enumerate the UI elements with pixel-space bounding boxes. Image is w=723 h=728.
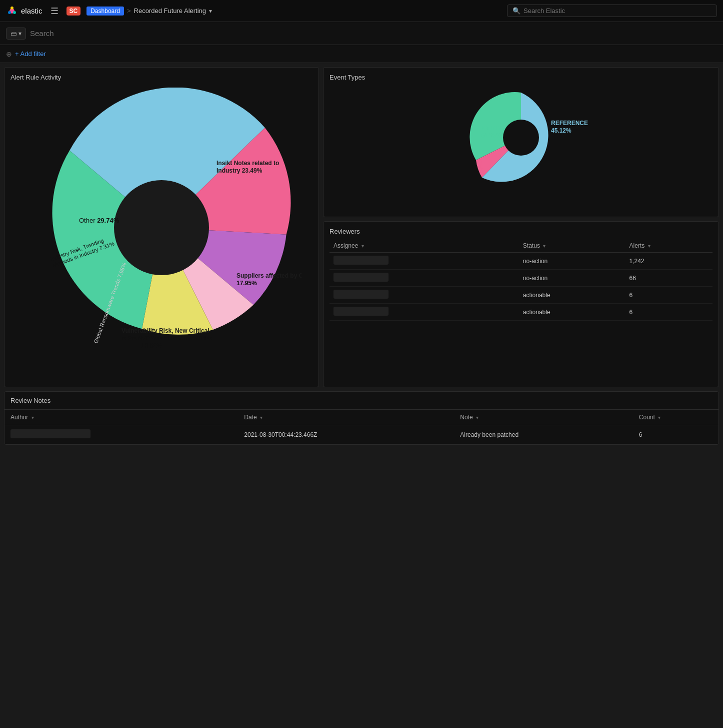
count-header[interactable]: Count ▾	[633, 410, 718, 425]
suppliers-label: Suppliers affected by COVID-19	[236, 272, 302, 279]
elastic-logo: elastic	[6, 5, 42, 17]
status-header[interactable]: Status ▾	[519, 239, 626, 253]
reviewers-row: actionable 6	[330, 287, 712, 304]
note-header[interactable]: Note ▾	[454, 410, 633, 425]
status-sort-icon: ▾	[543, 243, 546, 249]
alerts-sort-icon: ▾	[648, 243, 650, 249]
entity-label: ENTITY	[481, 125, 502, 132]
elastic-logo-text: elastic	[21, 7, 42, 15]
assignee-cell	[330, 304, 519, 321]
status-header-label: Status	[523, 242, 540, 249]
search-bar-top[interactable]: 🔍	[507, 5, 717, 17]
assignee-blob	[334, 307, 388, 316]
author-header[interactable]: Author ▾	[4, 410, 238, 425]
data-view-chevron: ▾	[18, 30, 22, 37]
status-cell: no-action	[519, 253, 626, 270]
dashboard-link[interactable]: Dashboard	[86, 7, 124, 16]
alerts-header[interactable]: Alerts ▾	[626, 239, 713, 253]
date-header[interactable]: Date ▾	[238, 410, 454, 425]
svg-point-2	[13, 11, 16, 14]
assignee-blob	[334, 273, 388, 282]
notes-table: Author ▾ Date ▾ Note ▾ Count ▾	[4, 410, 718, 444]
svg-point-4	[503, 120, 539, 156]
notes-row: 2021-08-30T00:44:23.466Z Already been pa…	[4, 425, 718, 444]
filter-bar: ⊕ + Add filter	[0, 45, 723, 63]
reference-label: REFERENCE	[551, 120, 588, 127]
assignee-cell	[330, 287, 519, 304]
reviewers-row: actionable 6	[330, 304, 712, 321]
alert-panel-title: Alert Rule Activity	[10, 74, 312, 81]
donut-hole	[114, 180, 209, 275]
event-types-chart: ENTITY 51.25% REFERENCE 45.12% EVENT 3.6…	[436, 85, 606, 190]
search-elastic-input[interactable]	[524, 7, 712, 15]
date-sort-icon: ▾	[260, 415, 262, 420]
entity-pct: 51.25%	[481, 132, 502, 139]
assignee-cell	[330, 270, 519, 287]
topbar: elastic ☰ SC Dashboard > Recorded Future…	[0, 0, 723, 22]
count-cell: 6	[633, 425, 718, 444]
breadcrumb-expand[interactable]: ▾	[209, 8, 212, 15]
review-notes-panel: Review Notes Author ▾ Date ▾ Note ▾	[4, 391, 719, 445]
data-view-icon: 🗃	[10, 30, 16, 37]
filter-icon: ⊕	[6, 50, 12, 58]
elastic-logo-icon	[6, 5, 18, 17]
vuln-label: Vulnerability Risk, New Critical	[122, 327, 210, 334]
sc-badge: SC	[66, 7, 81, 16]
date-cell: 2021-08-30T00:44:23.466Z	[238, 425, 454, 444]
assignee-cell	[330, 253, 519, 270]
vuln-label2: or Pre NVD Watch List Vulnerabilities	[122, 335, 212, 341]
reviewers-header-row: Assignee ▾ Status ▾ Alerts ▾	[330, 239, 712, 253]
secondary-bar: 🗃 ▾	[0, 22, 723, 45]
hamburger-icon[interactable]: ☰	[48, 4, 60, 19]
author-cell	[4, 425, 238, 444]
note-sort-icon: ▾	[476, 415, 478, 420]
alerts-header-label: Alerts	[630, 242, 645, 249]
note-header-label: Note	[460, 414, 472, 421]
review-notes-title: Review Notes	[4, 392, 718, 410]
breadcrumb-separator: >	[127, 7, 131, 15]
status-cell: actionable	[519, 287, 626, 304]
add-filter-button[interactable]: + Add filter	[15, 50, 46, 58]
event-types-panel: Event Types ENTITY	[323, 67, 719, 217]
reviewers-row: no-action 1,242	[330, 253, 712, 270]
reviewers-title: Reviewers	[330, 228, 712, 235]
reviewers-panel: Reviewers Assignee ▾ Status ▾	[323, 221, 719, 387]
status-cell: actionable	[519, 304, 626, 321]
count-sort-icon: ▾	[658, 415, 660, 420]
breadcrumb-current: Recorded Future Alerting	[134, 7, 206, 15]
assignee-header[interactable]: Assignee ▾	[330, 239, 519, 253]
svg-point-3	[8, 11, 11, 14]
vuln-pct: 13.52%	[142, 342, 162, 349]
other-label: Other 29.74%	[79, 217, 120, 224]
breadcrumb: Dashboard > Recorded Future Alerting ▾	[86, 7, 212, 16]
top-row: Alert Rule Activity	[4, 67, 719, 387]
alert-pie-chart: Insikt Notes related to Industry 23.49% …	[22, 88, 302, 363]
notes-header-row: Author ▾ Date ▾ Note ▾ Count ▾	[4, 410, 718, 425]
count-header-label: Count	[639, 414, 655, 421]
author-blob	[10, 429, 90, 438]
right-col: Event Types ENTITY	[323, 67, 719, 387]
search-main-input[interactable]	[30, 29, 717, 38]
main-content: Alert Rule Activity	[0, 63, 723, 449]
svg-point-1	[10, 7, 14, 10]
insikt-label2: Industry 23.49%	[216, 167, 262, 174]
reference-pct: 45.12%	[551, 127, 572, 134]
author-header-label: Author	[10, 414, 28, 421]
assignee-blob	[334, 290, 388, 299]
event-types-pie-container: ENTITY 51.25% REFERENCE 45.12% EVENT 3.6…	[330, 85, 712, 190]
alert-pie-container: Insikt Notes related to Industry 23.49% …	[10, 85, 312, 365]
author-sort-icon: ▾	[32, 415, 34, 420]
alerts-cell: 66	[626, 270, 713, 287]
alert-rule-activity-panel: Alert Rule Activity	[4, 67, 319, 387]
event-types-title: Event Types	[330, 74, 712, 81]
status-cell: no-action	[519, 270, 626, 287]
note-cell: Already been patched	[454, 425, 633, 444]
assignee-blob	[334, 256, 388, 265]
date-header-label: Date	[244, 414, 256, 421]
reviewers-table: Assignee ▾ Status ▾ Alerts ▾	[330, 239, 712, 321]
alerts-cell: 6	[626, 304, 713, 321]
data-view-selector[interactable]: 🗃 ▾	[6, 28, 26, 40]
reviewers-row: no-action 66	[330, 270, 712, 287]
alerts-cell: 6	[626, 287, 713, 304]
suppliers-pct: 17.95%	[236, 280, 257, 287]
